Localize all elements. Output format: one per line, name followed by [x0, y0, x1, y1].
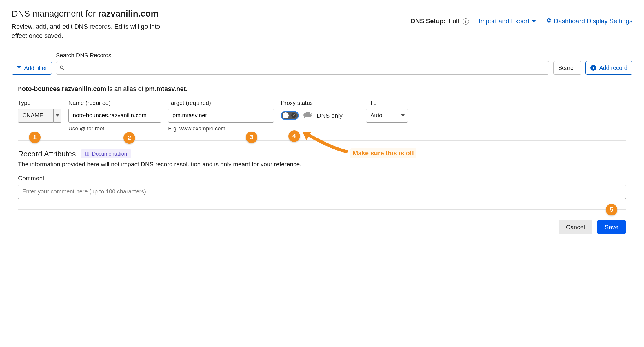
name-label: Name (required) [68, 100, 161, 106]
info-icon[interactable]: i [463, 18, 469, 25]
gear-icon [546, 17, 552, 25]
dashboard-settings-label: Dashboard Display Settings [554, 17, 632, 25]
ttl-select[interactable]: Auto [366, 109, 408, 123]
proxy-status-label: Proxy status [281, 100, 359, 106]
search-label: Search DNS Records [56, 52, 549, 59]
search-button[interactable]: Search [553, 61, 581, 75]
comment-input[interactable] [18, 185, 626, 199]
caret-down-icon [56, 114, 59, 117]
annotation-2: 2 [123, 132, 135, 144]
alias-host: noto-bounces.razvanilin.com [18, 85, 106, 92]
dashboard-display-settings[interactable]: Dashboard Display Settings [546, 17, 632, 25]
alias-description: noto-bounces.razvanilin.com is an alias … [18, 85, 626, 93]
cancel-button[interactable]: Cancel [559, 220, 592, 234]
toggle-knob [283, 112, 289, 118]
annotation-note: Make sure this is off [350, 148, 416, 158]
import-export-label: Import and Export [479, 17, 530, 25]
save-button[interactable]: Save [597, 220, 626, 234]
name-hint: Use @ for root [68, 125, 161, 132]
annotation-4: 4 [288, 130, 300, 142]
documentation-label: Documentation [92, 151, 127, 157]
add-record-button[interactable]: + Add record [585, 61, 632, 75]
name-input[interactable] [68, 109, 161, 123]
add-filter-label: Add filter [24, 65, 47, 72]
annotation-5: 5 [606, 204, 617, 215]
import-export-menu[interactable]: Import and Export [479, 17, 536, 25]
cloud-icon [303, 111, 313, 120]
ttl-label: TTL [366, 100, 408, 106]
x-icon: ✕ [291, 113, 296, 118]
proxy-toggle[interactable]: ✕ [281, 111, 299, 120]
annotation-1: 1 [29, 132, 41, 143]
type-label: Type [18, 100, 61, 106]
dns-setup-value: Full [449, 17, 459, 25]
book-icon [85, 151, 90, 156]
caret-down-icon [532, 20, 536, 23]
target-label: Target (required) [168, 100, 274, 106]
dns-setup-label: DNS Setup: Full i [411, 17, 469, 25]
filter-icon [17, 65, 21, 72]
type-select-handle[interactable] [53, 109, 61, 123]
plus-icon: + [590, 65, 596, 71]
proxy-status-text: DNS only [317, 112, 343, 119]
comment-label: Comment [18, 175, 626, 182]
alias-target: pm.mtasv.net [145, 85, 186, 92]
add-filter-button[interactable]: Add filter [12, 62, 52, 75]
annotation-3: 3 [246, 132, 257, 143]
add-record-label: Add record [599, 65, 627, 71]
type-select[interactable]: CNAME [18, 109, 61, 123]
search-input[interactable] [56, 61, 549, 75]
title-prefix: DNS management for [12, 9, 98, 18]
record-attributes-desc: The information provided here will not i… [18, 161, 626, 168]
page-subtitle: Review, add, and edit DNS records. Edits… [12, 22, 174, 41]
caret-down-icon [401, 114, 405, 117]
target-hint: E.g. www.example.com [168, 125, 274, 132]
record-attributes-heading: Record Attributes [18, 149, 76, 158]
type-value: CNAME [18, 109, 53, 123]
page-title: DNS management for razvanilin.com [12, 9, 174, 19]
title-domain: razvanilin.com [98, 9, 158, 18]
documentation-link[interactable]: Documentation [81, 149, 131, 158]
target-input[interactable] [168, 109, 274, 123]
